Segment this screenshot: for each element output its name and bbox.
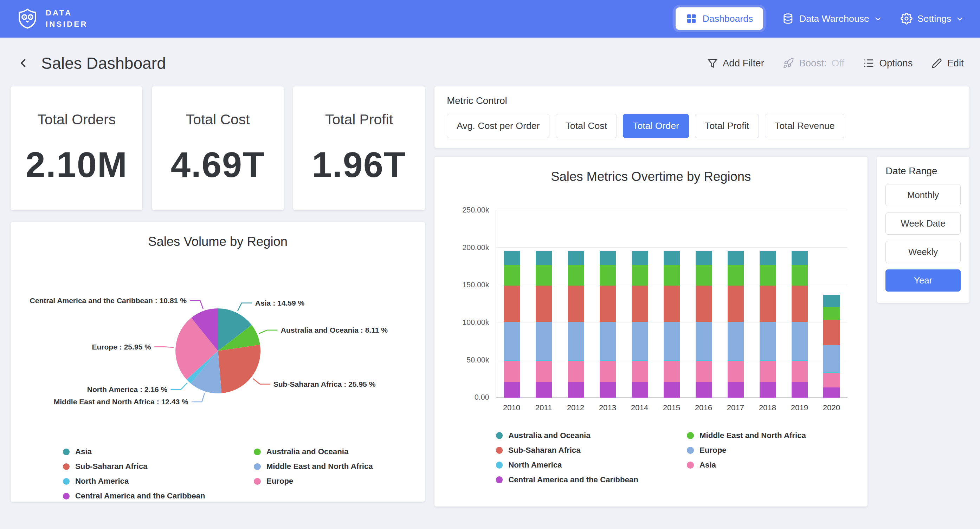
bar-2018[interactable] <box>760 251 776 398</box>
bar-segment-middle-east-and-north-africa <box>760 265 776 286</box>
bar-2020[interactable] <box>823 295 839 397</box>
add-filter-button[interactable]: Add Filter <box>707 57 764 69</box>
kpi-value: 2.10M <box>25 145 128 185</box>
x-tick-2017: 2017 <box>719 403 751 412</box>
database-icon <box>782 13 794 25</box>
legend-item-north-america[interactable]: North America <box>496 461 638 470</box>
pie-callout-line <box>190 300 203 309</box>
owl-logo-icon <box>16 7 39 30</box>
back-button[interactable] <box>16 56 30 70</box>
kpi-label: Total Cost <box>186 111 250 128</box>
bar-segment-australia-and-oceania <box>792 251 808 265</box>
bar-segment-australia-and-oceania <box>632 251 648 265</box>
bar-2011[interactable] <box>536 251 552 398</box>
bar-segment-sub-saharan-africa <box>760 286 776 322</box>
top-navbar: DATA INSIDER Dashboards Data Warehouse <box>0 0 980 38</box>
boost-label: Boost: <box>799 57 826 69</box>
metric-button-total-cost[interactable]: Total Cost <box>556 114 617 138</box>
legend-label: North America <box>508 461 562 470</box>
metric-button-total-order[interactable]: Total Order <box>623 114 689 138</box>
bar-segment-sub-saharan-africa <box>632 286 648 322</box>
bar-2013[interactable] <box>600 251 616 398</box>
edit-label: Edit <box>947 57 964 69</box>
bar-2016[interactable] <box>696 251 712 398</box>
y-tick-label: 200.00k <box>462 243 489 252</box>
pie-slice-sub-saharan-africa[interactable] <box>218 345 261 393</box>
bar-2012[interactable] <box>568 251 584 398</box>
y-tick-label: 150.00k <box>462 281 489 289</box>
legend-item-central-america-and-the-caribbean[interactable]: Central America and the Caribbean <box>496 475 638 485</box>
date-range-button-monthly[interactable]: Monthly <box>885 184 960 206</box>
kpi-value: 1.96T <box>312 145 406 185</box>
bar-segment-australia-and-oceania <box>536 251 552 265</box>
nav-data-warehouse[interactable]: Data Warehouse <box>782 13 881 25</box>
legend-dot <box>63 493 70 500</box>
legend-item-europe[interactable]: Europe <box>687 446 806 455</box>
bar-2017[interactable] <box>728 251 744 398</box>
date-range-button-weekly[interactable]: Weekly <box>885 241 960 263</box>
bar-2010[interactable] <box>504 251 520 398</box>
metric-button-total-revenue[interactable]: Total Revenue <box>765 114 844 138</box>
bar-segment-europe <box>760 322 776 360</box>
bar-group-2011 <box>528 210 560 397</box>
bar-segment-central-america-and-the-caribbean <box>632 382 648 398</box>
legend-dot <box>496 432 503 439</box>
legend-column: Middle East and North AfricaEuropeAsia <box>687 431 806 485</box>
bar-segment-europe <box>632 322 648 360</box>
y-tick-label: 50.00k <box>466 356 489 365</box>
bar-legend: Australia and OceaniaSub-Saharan AfricaN… <box>446 431 856 485</box>
bar-2019[interactable] <box>792 251 808 398</box>
date-range-button-year[interactable]: Year <box>885 269 960 292</box>
legend-item-central-america-and-the-caribbean[interactable]: Central America and the Caribbean <box>63 491 205 500</box>
legend-column: Australia and OceaniaMiddle East and Nor… <box>254 447 372 500</box>
pie-callout-line <box>253 378 270 384</box>
legend-item-middle-east-and-north-africa[interactable]: Middle East and North Africa <box>254 462 372 471</box>
bar-segment-europe <box>504 322 520 360</box>
bar-segment-australia-and-oceania <box>696 251 712 265</box>
bar-group-2013 <box>592 210 624 397</box>
edit-button[interactable]: Edit <box>931 57 964 69</box>
pie-callout-line <box>259 330 277 334</box>
bar-segment-central-america-and-the-caribbean <box>600 382 616 398</box>
bar-group-2017 <box>719 210 751 397</box>
bar-2015[interactable] <box>663 251 680 398</box>
bar-segment-central-america-and-the-caribbean <box>823 388 839 398</box>
x-tick-2011: 2011 <box>528 403 560 412</box>
legend-item-asia[interactable]: Asia <box>63 447 205 456</box>
page-title: Sales Dashboard <box>41 54 166 73</box>
metric-button-avg-cost-per-order[interactable]: Avg. Cost per Order <box>447 114 549 138</box>
boost-toggle[interactable]: Boost: Off <box>783 57 844 69</box>
legend-dot <box>687 447 694 454</box>
bar-segment-central-america-and-the-caribbean <box>504 382 520 398</box>
legend-item-australia-and-oceania[interactable]: Australia and Oceania <box>254 447 372 456</box>
date-range-buttons: MonthlyWeek DateWeeklyYear <box>885 184 960 291</box>
bar-segment-europe <box>792 322 808 360</box>
legend-dot <box>63 478 70 485</box>
nav-dashboards-button[interactable]: Dashboards <box>676 7 763 30</box>
legend-item-australia-and-oceania[interactable]: Australia and Oceania <box>496 431 638 440</box>
legend-item-sub-saharan-africa[interactable]: Sub-Saharan Africa <box>496 446 638 455</box>
bar-group-2019 <box>784 210 816 397</box>
bar-segment-middle-east-and-north-africa <box>568 265 584 286</box>
legend-item-asia[interactable]: Asia <box>687 461 806 470</box>
bar-segment-asia <box>568 361 584 382</box>
kpi-value: 4.69T <box>171 145 265 185</box>
legend-item-europe[interactable]: Europe <box>254 477 372 486</box>
pie-label-central-america-and-the-caribbean: Central America and the Caribbean : 10.8… <box>30 296 187 304</box>
bar-segment-sub-saharan-africa <box>663 286 680 322</box>
legend-item-sub-saharan-africa[interactable]: Sub-Saharan Africa <box>63 462 205 471</box>
nav-settings[interactable]: Settings <box>900 13 964 25</box>
metric-button-total-profit[interactable]: Total Profit <box>695 114 759 138</box>
pie-chart-title: Sales Volume by Region <box>18 234 418 249</box>
options-button[interactable]: Options <box>863 57 913 69</box>
brand-line1: DATA <box>46 7 88 19</box>
bars <box>496 210 848 397</box>
legend-dot <box>496 447 503 454</box>
pie-callout-line <box>238 303 252 311</box>
date-range-button-week-date[interactable]: Week Date <box>885 213 960 235</box>
bar-2014[interactable] <box>632 251 648 398</box>
bar-segment-asia <box>663 361 680 382</box>
legend-item-middle-east-and-north-africa[interactable]: Middle East and North Africa <box>687 431 806 440</box>
legend-item-north-america[interactable]: North America <box>63 477 205 486</box>
legend-label: Asia <box>75 447 92 456</box>
